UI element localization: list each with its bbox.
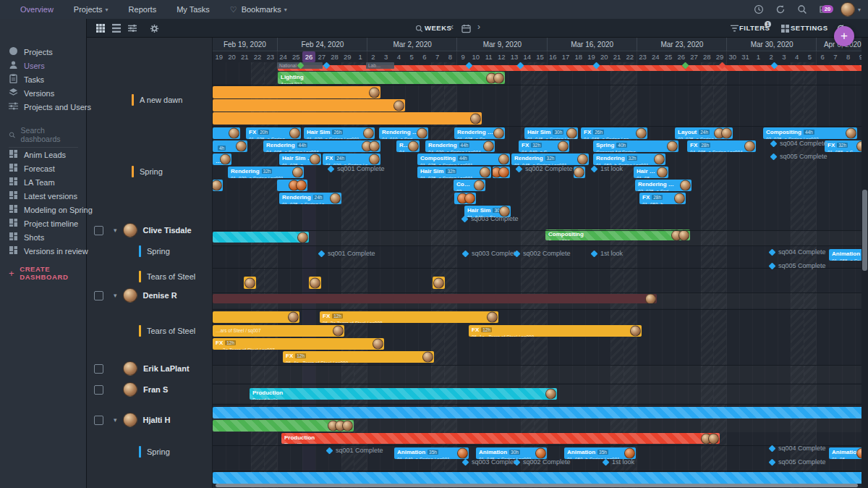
row-label-hjalti-h[interactable]: ▾Hjalti H [94,413,170,427]
row-label-tears-of-steel[interactable]: Tears of Steel [139,325,195,337]
task-bar[interactable] [213,180,223,191]
milestone[interactable]: sq003 Complete [463,458,519,466]
task-bar[interactable]: CompositingAgent 327 [545,230,690,240]
chevron-down-icon[interactable]: ▾ [114,416,117,424]
dashboard-item-modeling-on-spring[interactable]: Modeling on Spring [9,204,93,215]
top-nav-item-projects[interactable]: Projects▾ [74,5,109,14]
sidebar-item-projects-and-users[interactable]: Projects and Users [9,101,91,112]
task-bar[interactable] [213,112,482,125]
dashboard-item-project-timeline[interactable]: Project timeline [9,218,78,229]
task-bar[interactable]: Animation35h01_040_a Spring / sq001 [394,447,469,459]
milestone[interactable]: sq002 Complete [516,165,573,172]
zoom-level-label[interactable]: WEEKS [425,24,451,32]
search-icon[interactable] [797,4,807,14]
row-checkbox[interactable] [94,364,103,374]
task-bar[interactable] [213,294,657,303]
milestone[interactable]: sq001 Complete [319,250,375,257]
dashboard-item-shots[interactable]: Shots [9,232,44,243]
task-bar[interactable]: FX12h06_4n_ Tears of Steel / sq009 [283,351,434,363]
grid-view-icon[interactable] [95,23,106,33]
top-nav-item-bookmarks[interactable]: Bookmarks▾ [242,5,287,14]
sidebar-item-tasks[interactable]: Tasks [9,74,44,85]
task-bar[interactable]: 4h [213,140,247,152]
milestone[interactable]: sq005 Complete [770,262,826,269]
chevron-down-icon[interactable]: ▾ [114,292,117,299]
dashboard-item-forecast[interactable]: Forecast [9,163,55,174]
milestone[interactable]: sq003 Complete [462,215,519,222]
task-bar[interactable] [493,167,510,178]
task-bar[interactable]: Layout24h03_035_a Spring /… [675,127,733,139]
task-bar[interactable] [213,99,405,112]
top-nav-item-overview[interactable]: Overview [20,5,54,14]
task-bar[interactable] [213,127,240,139]
task-bar[interactable]: FX28h01_050_b … [639,193,686,204]
row-label-a-new-dawn[interactable]: A new dawn [132,94,182,106]
task-bar[interactable]: Rendering …04_010_a Spri… [379,127,428,139]
task-bar[interactable]: FX24h01_030_a Spring / s… [323,153,380,165]
task-bar[interactable]: Hair Sim26h01_030_a Spring / sq001 [304,127,375,139]
milestone[interactable]: sq004 Complete [771,140,827,147]
calendar-icon[interactable] [461,23,471,33]
task-bar[interactable] [213,420,354,432]
task-bar[interactable] [454,193,476,204]
task-bar[interactable] [213,311,299,323]
task-bar[interactable]: Hair …01_05… [634,167,668,178]
task-bar[interactable] [433,277,445,289]
row-checkbox[interactable] [94,226,103,235]
milestone[interactable]: sq005 Complete [770,458,826,466]
task-bar[interactable]: Rendering32h01_050_b Spring / sq001 [593,153,665,165]
user-menu[interactable]: ▾ [841,2,861,17]
settings-button[interactable]: SETTINGS [791,24,828,32]
list-view-icon[interactable] [111,23,122,33]
task-bar[interactable]: Rendering44h04_030_a Spring / sq004 [425,140,495,152]
milestone[interactable]: sq004 Complete [770,445,826,452]
task-bar[interactable]: Spring40hConcept Art Spring [593,140,678,152]
dashboard-item-anim-leads[interactable]: Anim Leads [9,149,66,160]
milestone[interactable]: sq003 Complete [463,250,519,257]
vertical-scrollbar-thumb[interactable] [862,190,867,271]
tune-icon[interactable] [127,23,137,33]
task-bar[interactable] [213,407,868,418]
task-bar[interactable]: LightingAgent 327 [278,72,505,84]
row-checkbox[interactable] [94,385,103,395]
task-bar[interactable]: Rendering32h01_045_a Spring / sq001 [511,153,589,165]
task-bar[interactable]: FX12h06_1a_ Tears of Steel / sq009 [469,325,642,337]
task-bar[interactable]: Co…03_… [454,180,485,191]
task-bar[interactable] [213,472,868,484]
task-bar[interactable]: Compositing44h03_035_a Spring / sq003 [763,127,857,139]
row-label-clive-tisdale[interactable]: ▾Clive Tisdale [94,223,192,237]
milestone[interactable]: sq002 Complete [514,458,571,466]
horizontal-scrollbar-thumb[interactable] [216,484,858,487]
sync-icon[interactable] [775,4,786,14]
task-bar[interactable] [309,277,321,289]
task-bar[interactable]: Animation30h01_045_a Spring / sq001 [476,447,547,459]
sidebar-item-versions[interactable]: Versions [9,88,54,98]
chevron-left-icon[interactable]: ‹ [451,22,454,32]
task-bar[interactable] [574,167,585,178]
task-bar[interactable]: R…04… [396,140,420,152]
inbox-icon[interactable]: 20 [819,4,829,14]
task-bar[interactable]: …ars of Steel / sq007 [213,325,344,337]
dashboard-item-latest-versions[interactable]: Latest versions [9,190,77,201]
task-bar[interactable]: ProductionDesert trails [250,388,557,400]
task-bar[interactable]: Compositing44h01_035_a Spring / sq001 [417,153,510,165]
history-icon[interactable] [754,4,764,14]
task-bar[interactable] [244,277,256,289]
task-bar[interactable]: Hair Sim30h01_045_a Spring / sq001 [524,127,578,139]
task-bar[interactable]: Hair Sim …01_025_a … [279,153,321,165]
task-bar[interactable]: ProductionPiccadilly [281,433,720,444]
task-bar[interactable]: Rendering …03_025_a Spri… [635,180,692,191]
row-label-denise-r[interactable]: ▾Denise R [94,288,177,303]
row-checkbox[interactable] [94,291,103,300]
task-bar[interactable]: FX12h06_3a Tears of Steel / sq008 [320,311,498,323]
row-label-tears-of-steel[interactable]: Tears of Steel [139,271,195,282]
row-label-spring[interactable]: Spring [139,245,170,257]
sidebar-item-users[interactable]: Users [9,60,45,71]
task-bar[interactable] [277,180,307,191]
create-dashboard-button[interactable]: + CREATE DASHBOARD [9,265,86,281]
task-bar[interactable]: FX26h04_065_a Spring / sq… [581,127,647,139]
add-fab-button[interactable]: + [834,26,854,46]
search-dashboards-input[interactable]: Search dashboards [9,126,78,148]
milestone[interactable]: sq001 Complete [327,447,383,454]
row-checkbox[interactable] [94,416,103,425]
